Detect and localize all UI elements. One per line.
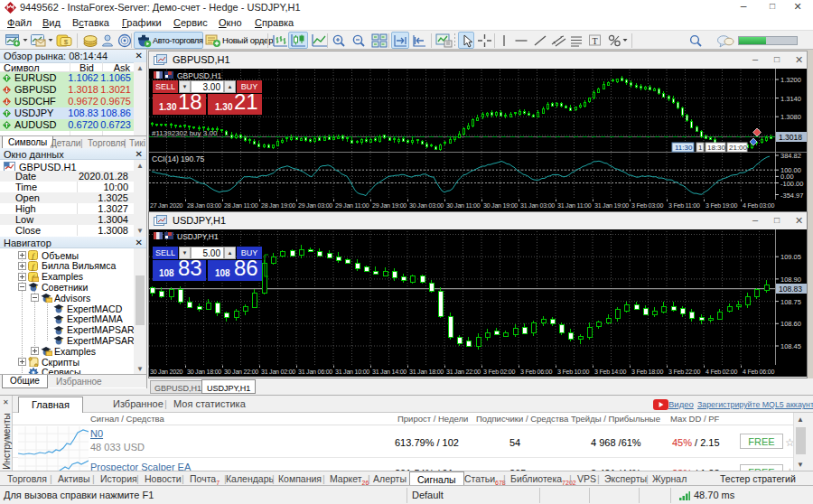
svg-text:4 Feb 06:00: 4 Feb 06:00 [743, 369, 774, 376]
svg-text:30 Jan 19:00: 30 Jan 19:00 [483, 202, 518, 210]
svg-text:384.82: 384.82 [780, 152, 801, 160]
svg-text:1.3200: 1.3200 [780, 76, 801, 84]
svg-text:CCI(14) 190.75: CCI(14) 190.75 [152, 154, 204, 163]
svg-text:3 Feb 10:00: 3 Feb 10:00 [557, 369, 589, 376]
svg-text:31 Jan 10:00: 31 Jan 10:00 [335, 369, 369, 376]
svg-text:30 Jan 03:00: 30 Jan 03:00 [409, 202, 444, 210]
svg-text:3 Feb 06:00: 3 Feb 06:00 [520, 369, 552, 376]
svg-text:108.75: 108.75 [780, 298, 801, 306]
svg-text:31 Jan 18:00: 31 Jan 18:00 [409, 369, 444, 376]
svg-text:30 Jan 11:00: 30 Jan 11:00 [446, 202, 481, 210]
svg-text:108.90: 108.90 [780, 275, 801, 284]
svg-text:108.45: 108.45 [780, 342, 801, 350]
svg-text:31 Jan 02:00: 31 Jan 02:00 [261, 369, 295, 376]
svg-text:1: 1 [698, 144, 703, 152]
svg-text:29 Jan 03:00: 29 Jan 03:00 [298, 202, 332, 210]
svg-text:1.3018: 1.3018 [779, 133, 802, 142]
svg-text:3 Feb 19:00: 3 Feb 19:00 [706, 202, 737, 210]
svg-text:4 Feb 03:00: 4 Feb 03:00 [743, 202, 774, 210]
svg-text:28 Jan 11:00: 28 Jan 11:00 [224, 202, 258, 210]
svg-text:31 Jan 11:00: 31 Jan 11:00 [557, 202, 592, 210]
svg-text:28 Jan 03:00: 28 Jan 03:00 [187, 202, 221, 210]
svg-text:3 Feb 22:00: 3 Feb 22:00 [668, 369, 700, 376]
svg-text:109.05: 109.05 [780, 253, 801, 261]
svg-text:3 Feb 18:00: 3 Feb 18:00 [631, 369, 663, 376]
svg-text:3 Feb 02:00: 3 Feb 02:00 [483, 369, 515, 376]
svg-text:108.60: 108.60 [780, 320, 801, 328]
svg-text:21:00: 21:00 [729, 144, 748, 152]
svg-text:31 Jan 06:00: 31 Jan 06:00 [298, 369, 332, 376]
svg-text:GBPUSD,H1: GBPUSD,H1 [177, 71, 221, 80]
svg-text:USDJPY,H1: USDJPY,H1 [177, 232, 219, 241]
svg-text:1.3080: 1.3080 [780, 113, 801, 121]
svg-text:T: T [592, 36, 597, 46]
svg-text:29 Jan 11:00: 29 Jan 11:00 [335, 202, 369, 210]
svg-text:18:30: 18:30 [707, 144, 726, 152]
svg-text:31 Jan 22:00: 31 Jan 22:00 [446, 369, 481, 376]
svg-text:31 Jan 03:00: 31 Jan 03:00 [520, 202, 555, 210]
svg-text:$: $ [64, 38, 69, 46]
svg-text:3 Feb 14:00: 3 Feb 14:00 [594, 369, 626, 376]
svg-text:-100.00: -100.00 [780, 180, 803, 188]
svg-text:31 Jan 14:00: 31 Jan 14:00 [372, 369, 406, 376]
svg-text:4 Feb 02:00: 4 Feb 02:00 [706, 369, 737, 376]
svg-text:31 Jan 19:00: 31 Jan 19:00 [594, 202, 629, 210]
svg-text:3 Feb 11:00: 3 Feb 11:00 [668, 202, 700, 210]
svg-text:11:30: 11:30 [675, 144, 693, 152]
svg-text:108.83: 108.83 [779, 285, 802, 294]
svg-text:28 Jan 19:00: 28 Jan 19:00 [261, 202, 295, 210]
svg-text:30 Jan 18:00: 30 Jan 18:00 [187, 369, 221, 376]
svg-text:#11392302 buy 3.00: #11392302 buy 3.00 [152, 129, 218, 137]
svg-text:-354.97: -354.97 [780, 191, 803, 200]
svg-text:27 Jan 2020: 27 Jan 2020 [150, 202, 183, 210]
svg-text:29 Jan 19:00: 29 Jan 19:00 [372, 202, 406, 210]
svg-text:30 Jan 2020: 30 Jan 2020 [150, 369, 183, 376]
svg-text:1.3140: 1.3140 [780, 95, 801, 103]
svg-text:30 Jan 22:00: 30 Jan 22:00 [224, 369, 258, 376]
svg-text:3 Feb 03:00: 3 Feb 03:00 [631, 202, 663, 210]
